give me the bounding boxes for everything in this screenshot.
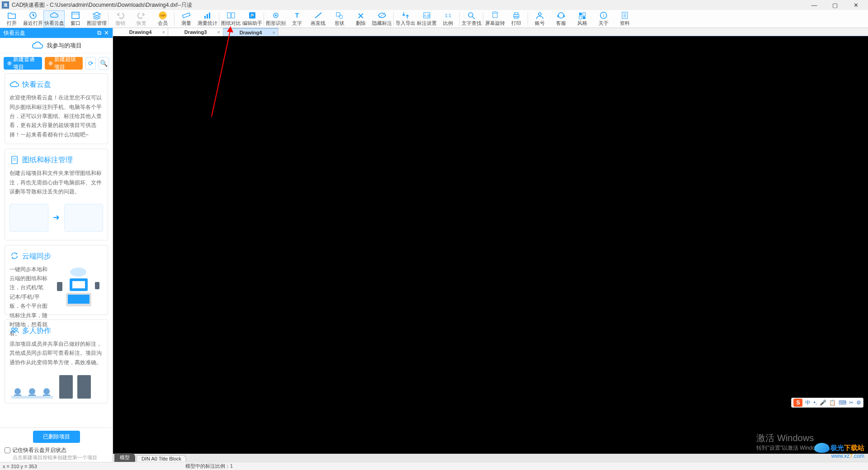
toolbar-label: 测量 [181, 20, 191, 27]
layout-tab[interactable]: DIN A0 Title Block [137, 455, 186, 462]
tab-close-icon[interactable]: × [217, 29, 220, 35]
toolbar-impexp-button[interactable]: 导入导出 [395, 10, 416, 28]
compare-icon [226, 11, 236, 19]
ime-keyboard-icon[interactable]: ⌨ [839, 400, 846, 406]
document-tab[interactable]: Drawing4× [113, 28, 168, 36]
toolbar-scale-button[interactable]: 1:1比例 [437, 10, 458, 28]
support-icon [557, 11, 566, 19]
deleted-projects-button[interactable]: 已删除项目 [33, 431, 80, 443]
document-tab[interactable]: Drawing3× [168, 28, 223, 36]
ime-lang[interactable]: 中 [805, 399, 811, 407]
svg-rect-5 [182, 13, 190, 18]
toolbar-label: 最近打开 [23, 20, 43, 27]
toolbar-label: 图形识别 [266, 20, 286, 27]
shape-icon [335, 11, 344, 19]
svg-rect-60 [11, 396, 53, 399]
toolbar-label: 测量统计 [198, 20, 217, 27]
toolbar-delete-button[interactable]: 删除 [350, 10, 371, 28]
toolbar-line-button[interactable]: 画直线 [307, 10, 329, 28]
minimize-button[interactable]: — [804, 0, 825, 10]
maximize-button[interactable]: ▢ [825, 0, 845, 10]
drawing-canvas[interactable] [113, 36, 868, 454]
remember-label: 记住快看云盘开启状态 [12, 446, 66, 454]
cloud-icon [31, 42, 44, 50]
model-tab[interactable]: 模型 [114, 453, 135, 462]
svg-line-61 [212, 29, 231, 117]
ime-toolbar[interactable]: S 中 •, 🎤 📋 ⌨ ✂ ⚙ [791, 398, 863, 408]
sogou-icon[interactable]: S [793, 399, 802, 407]
toolbar-cloud-button[interactable]: 快看云盘 [43, 10, 65, 28]
ime-settings-icon[interactable]: ⚙ [856, 400, 861, 406]
ime-mic-icon[interactable]: 🎤 [820, 400, 826, 406]
recog-icon [271, 11, 280, 19]
rotate-icon [491, 11, 500, 19]
toolbar-label: 图层管理 [87, 20, 107, 27]
svg-text:1:1: 1:1 [445, 13, 451, 18]
svg-point-45 [70, 268, 86, 277]
toolbar-findtext-button[interactable]: 文字查找 [461, 10, 482, 28]
search-button[interactable]: 🔍 [99, 57, 109, 70]
footer-hint: 点击新建项目按钮来创建您第一个项目 [13, 454, 108, 461]
toolbar-support-button[interactable]: 客服 [550, 10, 571, 28]
toolbar-open-button[interactable]: 打开 [1, 10, 22, 28]
my-projects-label: 我参与的项目 [47, 42, 82, 50]
svg-rect-8 [209, 13, 210, 19]
remember-state-checkbox[interactable]: 记住快看云盘开启状态 [5, 446, 108, 454]
status-bar: x = 310 y = 353 模型中的标注比例：1 [0, 462, 868, 470]
redo-icon [137, 11, 146, 19]
remember-checkbox-input[interactable] [5, 447, 10, 453]
toolbar-mstats-button[interactable]: 测量统计 [197, 10, 218, 28]
toolbar-label: 账号 [535, 20, 545, 27]
toolbar-style-button[interactable]: 风格 [571, 10, 593, 28]
svg-rect-9 [227, 13, 231, 18]
ime-pad-icon[interactable]: 📋 [829, 400, 836, 406]
main-toolbar: 打开最近打开快看云盘窗口图层管理撤销恢复VIP会员测量测量统计图纸对比编辑助手图… [0, 10, 868, 28]
toolbar-recog-button[interactable]: 图形识别 [265, 10, 286, 28]
ime-scissors-icon[interactable]: ✂ [849, 400, 854, 406]
toolbar-compare-button[interactable]: 图纸对比 [220, 10, 241, 28]
toolbar-measure-button[interactable]: 测量 [175, 10, 197, 28]
new-super-project-button[interactable]: ⊕ 新建超级项目 [45, 57, 83, 70]
toolbar-vip-button[interactable]: VIP会员 [152, 10, 173, 28]
toolbar-recent-button[interactable]: 最近打开 [22, 10, 43, 28]
window-controls: — ▢ ✕ [804, 0, 866, 10]
toolbar-shape-button[interactable]: 形状 [329, 10, 350, 28]
svg-rect-30 [557, 15, 559, 17]
card-body: 创建云端项目和文件夹来管理图纸和标注，再也无需担心由于电脑损坏、文件误删等导致标… [9, 169, 103, 196]
app-icon: 速 [2, 1, 9, 9]
cloud-panel-title: 快看云盘 [4, 29, 25, 37]
document-tab[interactable]: Drawing4× [223, 28, 278, 36]
toolbar-docs-button[interactable]: 资料 [614, 10, 635, 28]
toolbar-window-button[interactable]: 窗口 [65, 10, 86, 28]
svg-rect-10 [231, 13, 235, 18]
panel-pin-icon[interactable]: ⧉ [97, 29, 101, 37]
toolbar-about-button[interactable]: i关于 [593, 10, 614, 28]
activate-title: 激活 Windows [756, 432, 827, 444]
tab-close-icon[interactable]: × [273, 30, 275, 35]
watermark-swirl-icon [814, 443, 830, 453]
toolbar-text-button[interactable]: T文字 [286, 10, 307, 28]
new-normal-project-button[interactable]: ⊕ 新建普通项目 [4, 57, 42, 70]
collab-illustration [9, 370, 103, 399]
svg-point-28 [538, 13, 541, 15]
ime-punct-icon[interactable]: •, [813, 400, 817, 406]
toolbar-hide-button[interactable]: 隐藏标注 [371, 10, 392, 28]
edit-helper-icon [248, 11, 257, 19]
toolbar-label: 窗口 [71, 20, 80, 27]
close-button[interactable]: ✕ [845, 0, 866, 10]
toolbar-label: 风格 [577, 20, 587, 27]
svg-rect-6 [204, 16, 206, 19]
toolbar-edit-helper-button[interactable]: 编辑助手 [241, 10, 263, 28]
refresh-button[interactable]: ⟳ [85, 57, 96, 70]
toolbar-account-button[interactable]: 账号 [529, 10, 550, 28]
card-illustration: ➜ [9, 200, 103, 235]
cloud-panel: 快看云盘 ⧉ ✕ 我参与的项目 ⊕ 新建普通项目 ⊕ 新建超级项目 ⟳ 🔍 快看… [0, 28, 113, 462]
tab-close-icon[interactable]: × [162, 29, 165, 35]
toolbar-print-button[interactable]: 打印 [505, 10, 527, 28]
toolbar-layer-button[interactable]: 图层管理 [86, 10, 107, 28]
toolbar-rotate-button[interactable]: 屏幕旋转 [484, 10, 505, 28]
svg-point-53 [15, 328, 17, 330]
toolbar-label: 比例 [443, 20, 453, 27]
toolbar-markset-button[interactable]: A:B标注设置 [416, 10, 437, 28]
panel-close-icon[interactable]: ✕ [104, 29, 109, 37]
